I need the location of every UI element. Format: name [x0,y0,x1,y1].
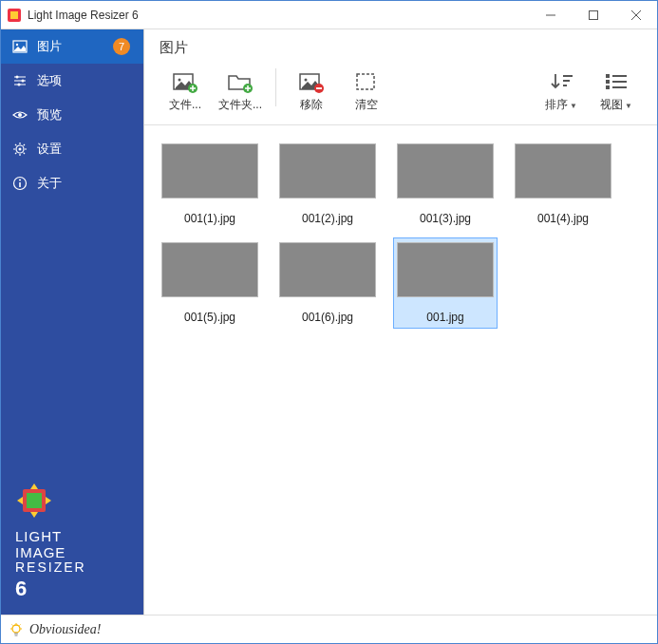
count-badge: 7 [113,38,130,55]
info-icon [12,176,28,191]
chevron-down-icon: ▼ [570,102,577,110]
add-folder-button[interactable]: 文件夹... [215,66,266,117]
add-file-icon [172,70,198,93]
sidebar-item-label: 关于 [37,175,62,192]
main-panel: 图片 文件... 文件夹... [143,29,657,615]
toolbar-separator [275,68,276,106]
lightbulb-icon [9,622,24,637]
thumbnail-image [161,242,258,297]
svg-rect-26 [606,80,610,84]
svg-rect-29 [612,81,627,83]
thumbnail-caption: 001(6).jpg [302,311,353,324]
brand-logo-icon [15,482,53,520]
thumbnail-caption: 001(1).jpg [184,212,235,225]
sidebar-item-settings[interactable]: 设置 [1,132,143,166]
thumbnail-item[interactable]: 001(5).jpg [158,237,262,329]
svg-rect-27 [606,85,610,89]
svg-rect-3 [589,10,597,19]
svg-point-14 [19,180,21,181]
svg-rect-1 [10,11,18,19]
remove-icon [298,70,325,93]
thumbnail-image [161,143,258,199]
toolbar: 文件... 文件夹... 移除 [144,63,657,125]
svg-point-5 [16,44,18,46]
svg-point-31 [12,625,20,633]
sliders-icon [12,73,28,88]
thumbnail-item[interactable]: 001(2).jpg [275,139,380,230]
app-window: Light Image Resizer 6 图片 7 [0,0,658,644]
footer: Obviousidea! [1,615,657,643]
thumbnail-image [279,242,376,297]
window-title: Light Image Resizer 6 [28,9,139,22]
svg-rect-24 [357,74,374,89]
thumbnail-grid: 001(1).jpg001(2).jpg001(3).jpg001(4).jpg… [144,125,657,615]
app-icon [7,8,22,23]
view-button[interactable]: 视图▼ [591,66,642,117]
chevron-down-icon: ▼ [625,102,632,110]
gear-icon [12,142,28,157]
sidebar-item-preview[interactable]: 预览 [1,98,143,132]
svg-rect-16 [27,493,42,508]
view-icon [603,70,630,93]
remove-button[interactable]: 移除 [286,66,337,117]
thumbnail-item[interactable]: 001(4).jpg [511,139,615,230]
add-folder-icon [227,70,254,93]
svg-point-22 [305,79,308,82]
svg-rect-25 [606,74,610,78]
brand-block: LIGHT IMAGE RESIZER 6 [1,482,143,615]
sidebar-item-images[interactable]: 图片 7 [1,29,143,64]
image-icon [12,39,28,54]
svg-point-9 [18,113,22,117]
titlebar: Light Image Resizer 6 [1,1,657,29]
sort-button[interactable]: 排序▼ [536,66,587,117]
svg-point-6 [16,76,19,79]
svg-point-7 [22,80,25,83]
close-button[interactable] [614,1,657,29]
thumbnail-item[interactable]: 001(1).jpg [158,139,262,230]
svg-rect-30 [612,86,627,88]
sidebar-item-label: 图片 [37,38,62,55]
thumbnail-image [515,143,611,199]
svg-point-8 [18,84,21,86]
clear-button[interactable]: 清空 [341,66,392,117]
thumbnail-item[interactable]: 001(3).jpg [393,139,498,230]
sidebar-item-label: 设置 [37,141,62,158]
sidebar: 图片 7 选项 预览 设置 [1,29,143,615]
thumbnail-caption: 001(2).jpg [302,212,353,225]
add-file-button[interactable]: 文件... [160,66,211,117]
thumbnail-caption: 001.jpg [426,311,463,324]
maximize-button[interactable] [572,1,614,29]
svg-rect-2 [546,14,555,15]
thumbnail-item[interactable]: 001.jpg [393,237,498,329]
eye-icon [12,107,28,123]
svg-point-18 [179,79,181,82]
thumbnail-caption: 001(4).jpg [537,212,589,225]
brand-text: LIGHT IMAGE RESIZER 6 [15,529,143,600]
sidebar-item-options[interactable]: 选项 [1,64,143,98]
minimize-button[interactable] [529,1,572,29]
thumbnail-item[interactable]: 001(6).jpg [275,237,380,329]
sidebar-item-label: 选项 [37,72,62,89]
footer-brand: Obviousidea! [29,622,101,637]
thumbnail-caption: 001(3).jpg [420,212,471,225]
svg-rect-28 [612,75,627,77]
sort-icon [548,70,574,93]
thumbnail-caption: 001(5).jpg [184,311,235,324]
svg-rect-13 [19,182,21,187]
clear-icon [353,70,380,93]
thumbnail-image [279,143,376,199]
sidebar-item-about[interactable]: 关于 [1,166,143,200]
svg-point-11 [19,148,22,151]
thumbnail-image [397,242,494,297]
thumbnail-image [397,143,494,199]
sidebar-item-label: 预览 [37,106,62,123]
page-title: 图片 [144,29,657,63]
